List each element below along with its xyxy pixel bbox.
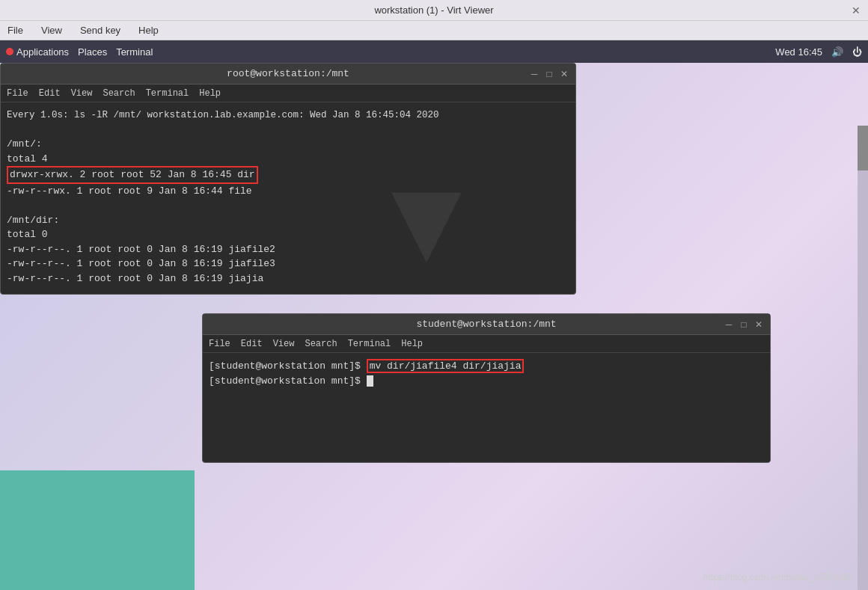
student-terminal-buttons: ─ □ ✕ bbox=[724, 319, 764, 330]
root-term-help[interactable]: Help bbox=[199, 88, 221, 99]
terminal-menu[interactable]: Terminal bbox=[116, 46, 153, 58]
close-button[interactable]: ✕ bbox=[852, 4, 861, 16]
desktop: root@workstation:/mnt ─ □ ✕ File Edit Vi… bbox=[0, 63, 868, 590]
root-terminal-window: root@workstation:/mnt ─ □ ✕ File Edit Vi… bbox=[0, 63, 576, 295]
student-terminal-content: [student@workstation mnt]$ mv dir/jiafil… bbox=[203, 353, 770, 462]
root-content-line10: -rw-r--r--. 1 root root 0 Jan 8 16:19 ji… bbox=[7, 242, 569, 257]
root-terminal-menubar: File Edit View Search Terminal Help bbox=[1, 84, 575, 102]
root-terminal-titlebar: root@workstation:/mnt ─ □ ✕ bbox=[1, 64, 575, 84]
student-terminal-titlebar: student@workstation:/mnt ─ □ ✕ bbox=[203, 314, 770, 335]
terminal-label: Terminal bbox=[116, 46, 153, 58]
student-content-line2: [student@workstation mnt]$ bbox=[209, 374, 764, 389]
scrollbar-thumb[interactable] bbox=[858, 126, 868, 170]
root-terminal-buttons: ─ □ ✕ bbox=[529, 69, 569, 79]
clock: Wed 16:45 bbox=[775, 46, 822, 58]
power-icon[interactable]: ⏻ bbox=[852, 46, 862, 58]
student-term-edit[interactable]: Edit bbox=[241, 339, 263, 349]
taskbar-right: Wed 16:45 🔊 ⏻ bbox=[775, 46, 862, 58]
student-maximize-button[interactable]: □ bbox=[739, 319, 749, 330]
student-terminal-menubar: File Edit View Search Terminal Help bbox=[203, 335, 770, 353]
student-term-view[interactable]: View bbox=[273, 339, 295, 349]
root-content-line6: -rw-r--rwx. 1 root root 9 Jan 8 16:44 fi… bbox=[7, 184, 569, 199]
root-content-line5: drwxr-xrwx. 2 root root 52 Jan 8 16:45 d… bbox=[7, 166, 569, 184]
root-content-line4: total 4 bbox=[7, 152, 569, 167]
root-content-line7 bbox=[7, 198, 569, 213]
student-term-terminal[interactable]: Terminal bbox=[348, 339, 391, 349]
student-content-line1: [student@workstation mnt]$ mv dir/jiafil… bbox=[209, 359, 764, 374]
title-text: workstation (1) - Virt Viewer bbox=[374, 4, 493, 16]
highlighted-dir-line: drwxr-xrwx. 2 root root 52 Jan 8 16:45 d… bbox=[7, 166, 258, 184]
title-bar: workstation (1) - Virt Viewer ✕ bbox=[0, 0, 868, 21]
applications-label: Applications bbox=[16, 46, 69, 58]
app-menu-bar: File View Send key Help bbox=[0, 21, 868, 40]
student-term-help[interactable]: Help bbox=[401, 339, 423, 349]
menu-view[interactable]: View bbox=[38, 23, 65, 37]
scrollbar-track[interactable] bbox=[858, 126, 868, 590]
root-content-line3: /mnt/: bbox=[7, 137, 569, 152]
menu-file[interactable]: File bbox=[4, 23, 26, 37]
root-content-line11: -rw-r--r--. 1 root root 0 Jan 8 16:19 ji… bbox=[7, 256, 569, 271]
root-content-line1: Every 1.0s: ls -lR /mnt/ workstation.lab… bbox=[7, 108, 569, 123]
taskbar: Applications Places Terminal Wed 16:45 🔊… bbox=[0, 40, 868, 63]
applications-icon bbox=[6, 48, 13, 55]
root-close-button[interactable]: ✕ bbox=[559, 69, 569, 79]
root-content-line2 bbox=[7, 123, 569, 138]
student-close-button[interactable]: ✕ bbox=[754, 319, 764, 330]
places-menu[interactable]: Places bbox=[78, 46, 107, 58]
root-term-view[interactable]: View bbox=[71, 88, 93, 99]
menu-sendkey[interactable]: Send key bbox=[77, 23, 123, 37]
root-terminal-content: Every 1.0s: ls -lR /mnt/ workstation.lab… bbox=[1, 102, 575, 294]
places-label: Places bbox=[78, 46, 107, 58]
menu-help[interactable]: Help bbox=[135, 23, 162, 37]
student-term-search[interactable]: Search bbox=[305, 339, 337, 349]
student-prompt-2: [student@workstation mnt]$ bbox=[209, 375, 367, 387]
root-maximize-button[interactable]: □ bbox=[544, 69, 554, 79]
applications-menu[interactable]: Applications bbox=[6, 46, 69, 58]
root-content-line8: /mnt/dir: bbox=[7, 213, 569, 228]
student-terminal-title: student@workstation:/mnt bbox=[416, 319, 556, 330]
bottom-left-decoration bbox=[0, 470, 195, 590]
student-cmd-highlighted: mv dir/jiafile4 dir/jiajia bbox=[367, 359, 525, 373]
student-minimize-button[interactable]: ─ bbox=[724, 319, 734, 330]
watermark: https://blog.csdn.net/baidu_40389082 bbox=[703, 572, 853, 583]
root-term-search[interactable]: Search bbox=[103, 88, 135, 99]
student-terminal-window: student@workstation:/mnt ─ □ ✕ File Edit… bbox=[202, 313, 771, 463]
root-term-file[interactable]: File bbox=[7, 88, 28, 99]
root-term-edit[interactable]: Edit bbox=[39, 88, 61, 99]
student-prompt-1: [student@workstation mnt]$ bbox=[209, 360, 367, 372]
root-minimize-button[interactable]: ─ bbox=[529, 69, 540, 79]
root-term-terminal[interactable]: Terminal bbox=[146, 88, 189, 99]
root-terminal-title: root@workstation:/mnt bbox=[227, 68, 349, 79]
root-content-line9: total 0 bbox=[7, 227, 569, 242]
volume-icon[interactable]: 🔊 bbox=[831, 46, 843, 58]
cursor-block bbox=[367, 375, 373, 387]
student-term-file[interactable]: File bbox=[209, 339, 230, 349]
root-content-line12: -rw-r--r--. 1 root root 0 Jan 8 16:19 ji… bbox=[7, 271, 569, 286]
